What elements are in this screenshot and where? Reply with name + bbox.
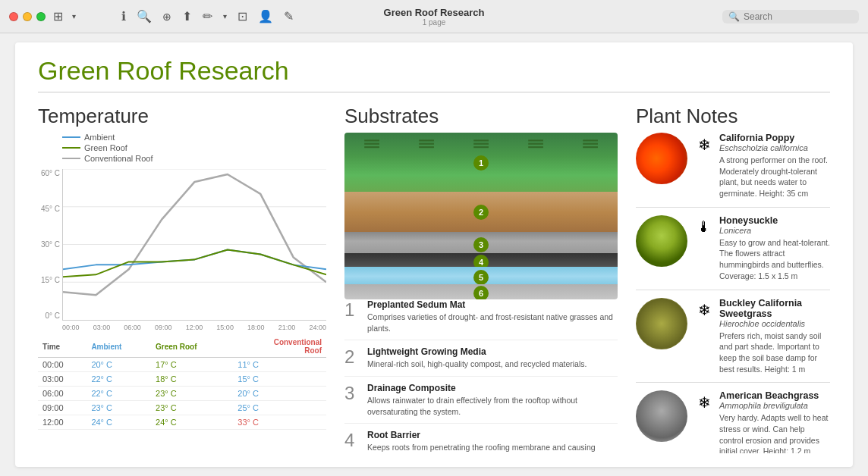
plant-icon: ❄ bbox=[693, 390, 715, 412]
x-label-0000: 00:00 bbox=[62, 324, 80, 331]
cell-conv: 25° C bbox=[233, 401, 326, 415]
badge-6: 6 bbox=[473, 286, 489, 299]
chart-svg bbox=[63, 169, 326, 320]
conv-roof-line-icon bbox=[62, 158, 80, 159]
x-label-0300: 03:00 bbox=[93, 324, 111, 331]
chevron-down-tools-icon[interactable]: ▾ bbox=[223, 12, 227, 20]
badge-5: 5 bbox=[473, 270, 489, 285]
cell-time: 09:00 bbox=[38, 401, 86, 415]
substrate-desc: Comprises varieties of drought- and fros… bbox=[367, 312, 618, 334]
substrate-desc: Mineral-rich soil, high-quality compost,… bbox=[367, 359, 618, 370]
substrate-number: 4 bbox=[344, 430, 363, 453]
substrate-desc: Allows rainwater to drain effectively fr… bbox=[367, 395, 618, 417]
cell-green: 23° C bbox=[151, 401, 233, 415]
plant-notes-heading: Plant Notes bbox=[636, 105, 830, 128]
substrates-section: Substrates 𝍢𝍢𝍢𝍢𝍢 1 2 3 4 5 bbox=[344, 105, 618, 453]
substrate-content: Lightweight Growing Media Mineral-rich s… bbox=[367, 346, 618, 370]
ambient-line-icon bbox=[62, 136, 80, 138]
plant-info: Buckley California Sweetgrass Hierochloe… bbox=[719, 298, 830, 375]
x-label-0900: 09:00 bbox=[155, 324, 172, 331]
plant-icon: 🌡 bbox=[693, 215, 715, 236]
plant-notes-section: Plant Notes ❄ California Poppy Eschschol… bbox=[636, 105, 830, 453]
window-icon[interactable]: ⊡ bbox=[237, 9, 247, 23]
badge-1: 1 bbox=[473, 155, 489, 171]
cell-ambient: 24° C bbox=[86, 415, 151, 430]
y-label-60: 60° C bbox=[38, 169, 60, 177]
col-header-conv: ConventionalRoof bbox=[233, 336, 326, 358]
plant-name: American Beachgrass bbox=[719, 390, 830, 401]
minimize-button[interactable] bbox=[23, 12, 32, 21]
substrate-number: 1 bbox=[344, 299, 363, 334]
chevron-down-icon[interactable]: ▾ bbox=[72, 12, 76, 20]
cell-time: 12:00 bbox=[38, 415, 86, 430]
zoom-in-icon[interactable]: ⊕ bbox=[162, 11, 171, 23]
titlebar: ⊞ ▾ Green Roof Research 1 page ℹ 🔍 ⊕ ⬆ ✏… bbox=[0, 0, 868, 33]
doc-title: Green Roof Research bbox=[384, 7, 485, 18]
table-row: 09:00 23° C 23° C 25° C bbox=[38, 401, 326, 415]
x-label-2400: 24:00 bbox=[309, 324, 326, 331]
page-title: Green Roof Research bbox=[38, 42, 830, 92]
cell-conv: 33° C bbox=[233, 415, 326, 430]
plant-name: California Poppy bbox=[719, 133, 830, 143]
share-icon[interactable]: ⬆ bbox=[182, 9, 192, 23]
badge-2: 2 bbox=[473, 205, 489, 220]
pen-icon[interactable]: ✏ bbox=[203, 9, 212, 23]
x-axis-labels: 00:00 03:00 06:00 09:00 12:00 15:00 18:0… bbox=[62, 324, 326, 331]
sidebar-toggle-icon[interactable]: ⊞ bbox=[53, 9, 63, 23]
plant-desc: Prefers rich, moist sandy soil and part … bbox=[719, 330, 830, 375]
zoom-out-icon[interactable]: 🔍 bbox=[137, 9, 152, 23]
legend-conv-label: Conventional Roof bbox=[84, 154, 153, 163]
temperature-section: Temperature Ambient Green Roof Conventio… bbox=[38, 105, 326, 453]
x-label-1800: 18:00 bbox=[247, 324, 265, 331]
legend-conv: Conventional Roof bbox=[62, 154, 326, 163]
cell-ambient: 23° C bbox=[86, 401, 151, 415]
substrate-title: Lightweight Growing Media bbox=[367, 346, 618, 357]
plant-info: American Beachgrass Ammophila breviligul… bbox=[719, 390, 830, 453]
cell-time: 06:00 bbox=[38, 387, 86, 401]
col-header-ambient: Ambient bbox=[86, 336, 151, 358]
y-label-0: 0° C bbox=[38, 312, 60, 320]
edit-icon[interactable]: ✎ bbox=[284, 9, 294, 23]
cell-ambient: 20° C bbox=[86, 358, 151, 372]
substrate-number: 2 bbox=[344, 346, 363, 370]
window-controls bbox=[9, 12, 46, 21]
plant-latin: Eschscholzia californica bbox=[719, 143, 830, 152]
search-bar[interactable]: 🔍 bbox=[722, 10, 859, 23]
cell-green: 23° C bbox=[151, 387, 233, 401]
substrate-item: 1 Preplanted Sedum Mat Comprises varieti… bbox=[344, 299, 618, 340]
main-grid: Temperature Ambient Green Roof Conventio… bbox=[38, 105, 830, 453]
close-button[interactable] bbox=[9, 12, 18, 21]
substrate-title: Preplanted Sedum Mat bbox=[367, 299, 618, 310]
col-header-time: Time bbox=[38, 336, 86, 358]
plant-list: ❄ California Poppy Eschscholzia californ… bbox=[636, 133, 830, 453]
person-icon[interactable]: 👤 bbox=[258, 9, 273, 23]
plant-icon: ❄ bbox=[693, 133, 715, 154]
plant-photo bbox=[636, 133, 687, 184]
temperature-heading: Temperature bbox=[38, 105, 326, 128]
plant-item: 🌡 Honeysuckle Lonicera Easy to grow and … bbox=[636, 215, 830, 290]
substrate-title: Drainage Composite bbox=[367, 383, 618, 393]
x-label-0600: 06:00 bbox=[124, 324, 141, 331]
cell-ambient: 22° C bbox=[86, 372, 151, 387]
plant-icon: ❄ bbox=[693, 298, 715, 319]
cell-conv: 11° C bbox=[233, 358, 326, 372]
table-row: 03:00 22° C 18° C 15° C bbox=[38, 372, 326, 387]
substrate-title: Root Barrier bbox=[367, 430, 618, 440]
substrate-item: 3 Drainage Composite Allows rainwater to… bbox=[344, 383, 618, 424]
plant-info: California Poppy Eschscholzia californic… bbox=[719, 133, 830, 199]
temperature-table: Time Ambient Green Roof ConventionalRoof… bbox=[38, 336, 326, 430]
maximize-button[interactable] bbox=[36, 12, 46, 21]
search-input[interactable] bbox=[744, 11, 850, 22]
plant-desc: Very hardy. Adapts well to heat stress o… bbox=[719, 412, 830, 453]
x-label-1500: 15:00 bbox=[216, 324, 234, 331]
cell-green: 24° C bbox=[151, 415, 233, 430]
plant-item: ❄ American Beachgrass Ammophila brevilig… bbox=[636, 390, 830, 453]
cell-green: 18° C bbox=[151, 372, 233, 387]
col-header-green: Green Roof bbox=[151, 336, 233, 358]
x-label-1200: 12:00 bbox=[186, 324, 203, 331]
legend-ambient: Ambient bbox=[62, 133, 326, 142]
info-icon[interactable]: ℹ bbox=[121, 9, 126, 23]
substrate-content: Drainage Composite Allows rainwater to d… bbox=[367, 383, 618, 417]
content-area: Green Roof Research Temperature Ambient … bbox=[15, 42, 853, 467]
table-row: 06:00 22° C 23° C 20° C bbox=[38, 387, 326, 401]
